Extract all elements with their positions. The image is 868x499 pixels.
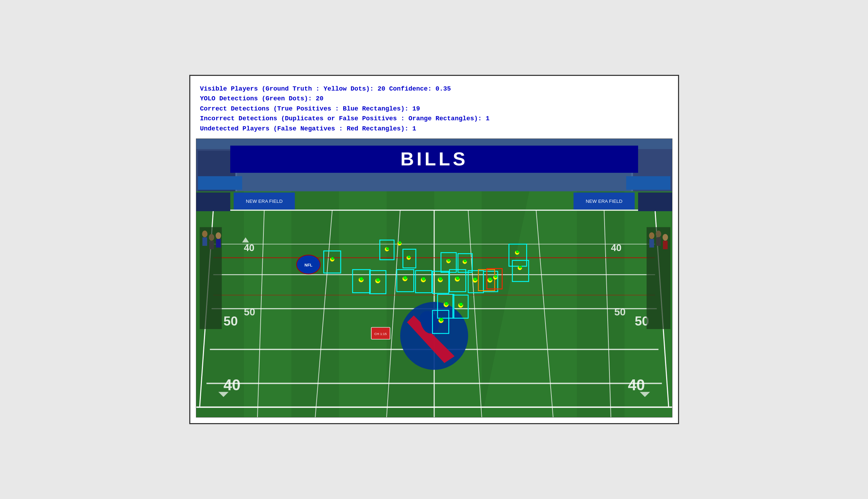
svg-text:40: 40 — [244, 242, 254, 253]
svg-rect-131 — [196, 192, 230, 211]
svg-text:40: 40 — [611, 242, 621, 253]
svg-point-118 — [202, 230, 207, 237]
svg-rect-128 — [656, 237, 661, 245]
svg-rect-121 — [209, 241, 214, 249]
svg-rect-9 — [198, 176, 242, 190]
svg-point-101 — [464, 259, 466, 262]
svg-point-99 — [518, 265, 521, 268]
svg-point-127 — [656, 230, 661, 237]
svg-point-98 — [516, 250, 519, 253]
svg-point-120 — [209, 234, 214, 240]
stats-panel: Visible Players (Ground Truth : Yellow D… — [196, 81, 672, 138]
svg-text:CH 1:15: CH 1:15 — [374, 332, 387, 336]
svg-text:NFL: NFL — [304, 263, 312, 267]
svg-point-110 — [445, 302, 448, 305]
svg-point-95 — [386, 247, 389, 250]
svg-point-125 — [649, 232, 654, 239]
svg-point-107 — [456, 276, 459, 280]
svg-point-97 — [331, 257, 334, 260]
svg-point-106 — [439, 277, 442, 280]
svg-rect-10 — [626, 176, 670, 190]
field-svg: BILLS — [196, 139, 672, 418]
svg-point-111 — [459, 302, 463, 306]
svg-text:40: 40 — [223, 376, 240, 393]
svg-text:50: 50 — [244, 306, 255, 318]
svg-point-114 — [398, 241, 401, 244]
svg-point-104 — [403, 276, 407, 279]
svg-point-96 — [408, 255, 410, 258]
svg-point-112 — [439, 318, 443, 321]
stats-line-3: Correct Detections (True Positives : Blu… — [200, 104, 668, 114]
stats-line-2: YOLO Detections (Green Dots): 20 — [200, 94, 668, 104]
svg-text:50: 50 — [614, 306, 625, 318]
svg-point-102 — [360, 277, 363, 280]
svg-point-105 — [422, 277, 425, 280]
svg-rect-123 — [216, 239, 221, 247]
svg-rect-126 — [649, 239, 654, 247]
svg-text:NEW ERA FIELD: NEW ERA FIELD — [586, 198, 622, 204]
svg-point-100 — [447, 258, 450, 261]
stats-line-1: Visible Players (Ground Truth : Yellow D… — [200, 84, 668, 94]
main-container: Visible Players (Ground Truth : Yellow D… — [189, 75, 679, 424]
svg-text:40: 40 — [628, 376, 645, 393]
svg-text:NEW ERA FIELD: NEW ERA FIELD — [246, 198, 282, 204]
field-container: BILLS — [196, 138, 672, 418]
stats-line-5: Undetected Players (False Negatives : Re… — [200, 124, 668, 134]
svg-point-103 — [376, 278, 380, 281]
svg-point-129 — [662, 234, 668, 240]
svg-point-122 — [216, 232, 221, 239]
svg-rect-132 — [638, 192, 672, 211]
svg-point-108 — [473, 277, 477, 281]
svg-rect-119 — [202, 237, 207, 245]
svg-point-113 — [494, 275, 497, 278]
svg-text:BILLS: BILLS — [400, 148, 468, 169]
stats-line-4: Incorrect Detections (Duplicates or Fals… — [200, 114, 668, 124]
svg-rect-130 — [663, 241, 668, 249]
svg-point-109 — [488, 277, 492, 281]
svg-text:50: 50 — [223, 314, 238, 328]
